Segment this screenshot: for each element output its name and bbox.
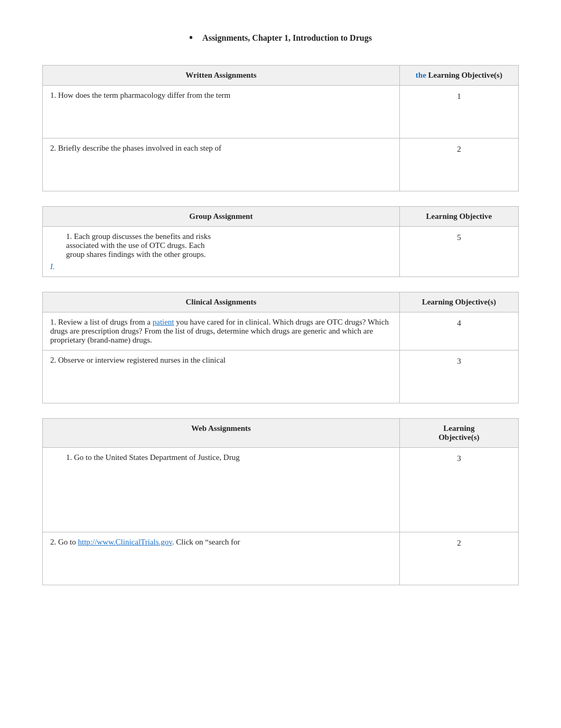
- clinical-row-2: 2. Observe or interview registered nurse…: [43, 351, 519, 403]
- clinical-item-2-text: 2. Observe or interview registered nurse…: [43, 351, 400, 403]
- patient-link[interactable]: patient: [153, 318, 174, 326]
- group-objective-header: Learning Objective: [399, 207, 518, 227]
- clinical-assignments-table: Clinical Assignments Learning Objective(…: [42, 292, 519, 403]
- written-assignments-table: Written Assignments the Learning Objecti…: [42, 65, 519, 191]
- clinical-item-2-objective: 3: [399, 351, 518, 403]
- written-item-2-text: 2. Briefly describe the phases involved …: [43, 139, 400, 191]
- written-objective-header: the Learning Objective(s): [399, 66, 518, 86]
- clinical-item-1-text: 1. Review a list of drugs from a patient…: [43, 312, 400, 351]
- group-row-1: 1. Each group discusses the benefits and…: [43, 227, 519, 277]
- written-item-1-objective: 1: [399, 86, 518, 139]
- clinical-trials-link[interactable]: http://www.ClinicalTrials.gov: [78, 538, 172, 546]
- web-row-2: 2. Go to http://www.ClinicalTrials.gov. …: [43, 532, 519, 585]
- clinical-objective-header: Learning Objective(s): [399, 292, 518, 312]
- web-objective-header: Learning Objective(s): [399, 419, 518, 448]
- written-item-2-objective: 2: [399, 139, 518, 191]
- group-assignment-table: Group Assignment Learning Objective 1. E…: [42, 206, 519, 277]
- web-item-2-text: 2. Go to http://www.ClinicalTrials.gov. …: [43, 532, 400, 585]
- web-item-2-objective: 2: [399, 532, 518, 585]
- page-title: • Assignments, Chapter 1, Introduction t…: [42, 32, 519, 44]
- web-row-1: 1. Go to the United States Department of…: [43, 448, 519, 532]
- written-assignments-header: Written Assignments: [43, 66, 400, 86]
- written-row-1: 1. How does the term pharmacology differ…: [43, 86, 519, 139]
- web-assignments-header: Web Assignments: [43, 419, 400, 448]
- group-assignment-header: Group Assignment: [43, 207, 400, 227]
- group-item-1-text: 1. Each group discusses the benefits and…: [43, 227, 400, 277]
- written-item-1-text: 1. How does the term pharmacology differ…: [43, 86, 400, 139]
- group-item-1-objective: 5: [399, 227, 518, 277]
- web-assignments-table: Web Assignments Learning Objective(s) 1.…: [42, 418, 519, 585]
- web-item-1-text: 1. Go to the United States Department of…: [43, 448, 400, 532]
- web-item-1-objective: 3: [399, 448, 518, 532]
- clinical-item-1-objective: 4: [399, 312, 518, 351]
- bullet-icon: •: [189, 32, 193, 44]
- written-row-2: 2. Briefly describe the phases involved …: [43, 139, 519, 191]
- title-text: Assignments, Chapter 1, Introduction to …: [202, 33, 372, 43]
- clinical-row-1: 1. Review a list of drugs from a patient…: [43, 312, 519, 351]
- clinical-assignments-header: Clinical Assignments: [43, 292, 400, 312]
